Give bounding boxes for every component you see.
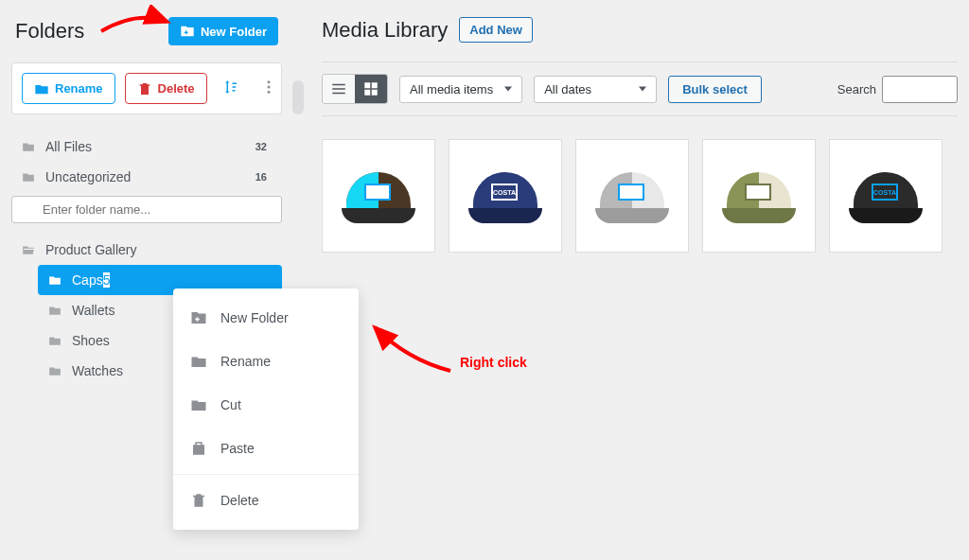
ctx-paste[interactable]: Paste [173, 427, 359, 470]
ctx-new-folder[interactable]: New Folder [173, 296, 359, 340]
folder-icon [21, 140, 36, 153]
annotation-label: Right click [460, 355, 527, 370]
search-input[interactable] [882, 76, 958, 103]
count-badge: 32 [250, 139, 273, 154]
rename-icon [190, 353, 207, 370]
ctx-rename[interactable]: Rename [173, 340, 359, 383]
filter-bar: All media items All dates Bulk select Se… [322, 61, 958, 116]
grid-icon [362, 80, 379, 97]
filter-dates-select[interactable]: All dates [534, 76, 657, 103]
folder-open-icon [21, 243, 36, 256]
ctx-delete[interactable]: Delete [173, 474, 359, 522]
search-label: Search [837, 82, 876, 96]
folder-toolbar: Rename Delete [11, 62, 282, 114]
folder-icon [47, 364, 62, 377]
count-badge: 5 [103, 272, 111, 288]
annotation-arrow-right-click: Right click [369, 322, 527, 375]
trash-icon [137, 81, 152, 96]
folder-uncategorized[interactable]: Uncategorized 16 [11, 162, 282, 192]
sidebar-title: Folders [15, 19, 84, 44]
new-folder-label: New Folder [201, 25, 267, 39]
media-item[interactable] [575, 139, 689, 253]
media-grid: COSTA COSTA [322, 139, 958, 253]
filter-media-select[interactable]: All media items [399, 76, 522, 103]
view-toggle [322, 74, 388, 104]
media-library-main: Media Library Add New All media items Al… [305, 0, 969, 560]
folder-icon [47, 273, 62, 287]
more-options-button[interactable] [255, 73, 283, 104]
trash-icon [190, 492, 207, 509]
new-folder-button[interactable]: New Folder [168, 17, 278, 45]
media-item[interactable]: COSTA [449, 139, 562, 253]
tree-product-gallery[interactable]: Product Gallery [11, 235, 282, 265]
page-title: Media Library [322, 18, 448, 43]
svg-point-2 [267, 91, 270, 94]
folder-icon [47, 304, 62, 317]
delete-button[interactable]: Delete [125, 73, 207, 104]
media-item[interactable]: COSTA [829, 139, 943, 253]
paste-icon [190, 440, 207, 457]
cut-icon [190, 396, 207, 413]
folder-plus-icon [180, 24, 195, 39]
folder-all-files[interactable]: All Files 32 [11, 131, 282, 162]
media-item[interactable] [322, 139, 435, 253]
annotation-arrow-new-folder [99, 5, 173, 39]
folder-name-input[interactable] [11, 196, 282, 223]
count-badge: 16 [250, 169, 273, 184]
rename-icon [34, 81, 49, 96]
folder-plus-icon [190, 309, 207, 326]
list-icon [330, 80, 347, 97]
view-list-button[interactable] [323, 75, 355, 103]
svg-point-1 [267, 86, 270, 89]
svg-point-0 [267, 80, 270, 83]
ctx-cut[interactable]: Cut [173, 383, 359, 427]
rename-button[interactable]: Rename [22, 73, 115, 104]
media-item[interactable] [702, 139, 816, 253]
dots-vertical-icon [260, 79, 277, 96]
add-new-button[interactable]: Add New [459, 17, 533, 43]
sort-icon [222, 79, 239, 96]
view-grid-button[interactable] [355, 75, 387, 103]
context-menu: New Folder Rename Cut Paste Delete [173, 289, 359, 530]
bulk-select-button[interactable]: Bulk select [668, 76, 762, 103]
resize-handle[interactable] [292, 80, 304, 114]
folder-icon [21, 170, 36, 184]
sort-button[interactable] [217, 73, 245, 104]
folder-icon [47, 334, 62, 347]
